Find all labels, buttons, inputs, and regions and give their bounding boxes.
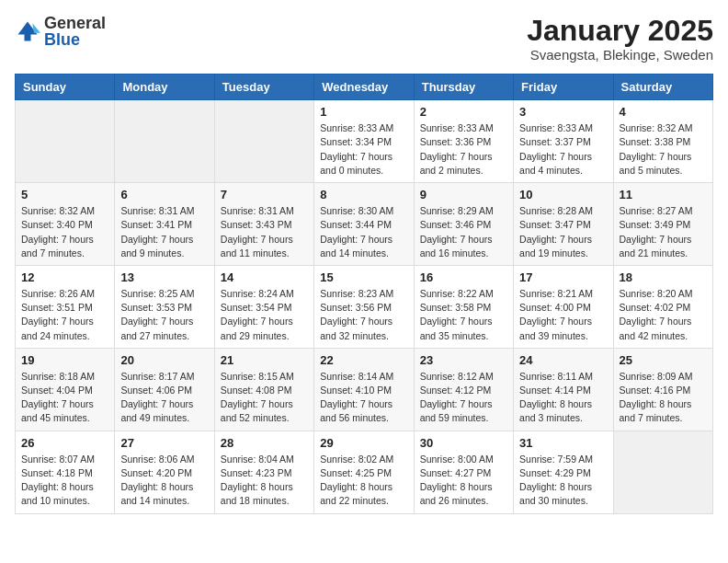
day-info: Sunrise: 8:12 AM Sunset: 4:12 PM Dayligh… xyxy=(420,370,507,426)
day-number: 14 xyxy=(221,270,308,284)
day-info: Sunrise: 8:23 AM Sunset: 3:56 PM Dayligh… xyxy=(320,287,407,343)
day-cell: 26Sunrise: 8:07 AM Sunset: 4:18 PM Dayli… xyxy=(16,431,115,513)
day-cell xyxy=(214,100,313,183)
day-cell xyxy=(115,100,214,183)
day-info: Sunrise: 8:31 AM Sunset: 3:41 PM Dayligh… xyxy=(120,204,208,260)
day-number: 25 xyxy=(620,353,707,367)
calendar-table: SundayMondayTuesdayWednesdayThursdayFrid… xyxy=(15,74,713,513)
day-cell: 31Sunrise: 7:59 AM Sunset: 4:29 PM Dayli… xyxy=(514,431,613,513)
weekday-header-thursday: Thursday xyxy=(414,75,513,100)
day-info: Sunrise: 8:21 AM Sunset: 4:00 PM Dayligh… xyxy=(519,287,607,343)
day-info: Sunrise: 8:33 AM Sunset: 3:36 PM Dayligh… xyxy=(420,121,507,178)
day-number: 9 xyxy=(420,188,507,201)
day-cell: 10Sunrise: 8:28 AM Sunset: 3:47 PM Dayli… xyxy=(514,183,613,266)
day-cell: 19Sunrise: 8:18 AM Sunset: 4:04 PM Dayli… xyxy=(16,348,115,431)
day-cell: 15Sunrise: 8:23 AM Sunset: 3:56 PM Dayli… xyxy=(314,265,414,348)
day-cell xyxy=(613,431,712,513)
day-cell: 29Sunrise: 8:02 AM Sunset: 4:25 PM Dayli… xyxy=(314,431,414,513)
day-number: 11 xyxy=(620,188,707,201)
day-info: Sunrise: 8:32 AM Sunset: 3:38 PM Dayligh… xyxy=(620,121,707,178)
day-number: 3 xyxy=(519,105,607,119)
day-cell: 18Sunrise: 8:20 AM Sunset: 4:02 PM Dayli… xyxy=(613,265,712,348)
title-area: January 2025 Svaengsta, Blekinge, Sweden xyxy=(527,15,713,63)
day-cell: 21Sunrise: 8:15 AM Sunset: 4:08 PM Dayli… xyxy=(214,348,313,431)
day-number: 21 xyxy=(221,353,308,367)
day-number: 29 xyxy=(320,436,407,450)
day-cell: 22Sunrise: 8:14 AM Sunset: 4:10 PM Dayli… xyxy=(314,348,414,431)
day-info: Sunrise: 8:33 AM Sunset: 3:34 PM Dayligh… xyxy=(320,121,407,178)
day-number: 5 xyxy=(21,188,108,201)
week-row-5: 26Sunrise: 8:07 AM Sunset: 4:18 PM Dayli… xyxy=(16,431,713,513)
day-number: 19 xyxy=(21,353,108,367)
logo-text-blue: Blue xyxy=(44,31,106,48)
day-cell: 1Sunrise: 8:33 AM Sunset: 3:34 PM Daylig… xyxy=(314,100,414,183)
day-info: Sunrise: 8:22 AM Sunset: 3:58 PM Dayligh… xyxy=(420,287,507,343)
week-row-2: 5Sunrise: 8:32 AM Sunset: 3:40 PM Daylig… xyxy=(16,183,713,266)
weekday-header-tuesday: Tuesday xyxy=(214,75,313,100)
day-info: Sunrise: 8:25 AM Sunset: 3:53 PM Dayligh… xyxy=(120,287,208,343)
day-number: 12 xyxy=(21,270,108,284)
day-number: 4 xyxy=(620,105,707,119)
day-cell: 20Sunrise: 8:17 AM Sunset: 4:06 PM Dayli… xyxy=(115,348,214,431)
day-cell: 9Sunrise: 8:29 AM Sunset: 3:46 PM Daylig… xyxy=(414,183,513,266)
day-number: 1 xyxy=(320,105,407,119)
week-row-1: 1Sunrise: 8:33 AM Sunset: 3:34 PM Daylig… xyxy=(16,100,713,183)
day-info: Sunrise: 8:18 AM Sunset: 4:04 PM Dayligh… xyxy=(21,370,108,426)
weekday-header-friday: Friday xyxy=(514,75,613,100)
day-number: 7 xyxy=(221,188,308,201)
day-info: Sunrise: 8:06 AM Sunset: 4:20 PM Dayligh… xyxy=(120,453,208,509)
day-cell: 11Sunrise: 8:27 AM Sunset: 3:49 PM Dayli… xyxy=(613,183,712,266)
day-cell: 16Sunrise: 8:22 AM Sunset: 3:58 PM Dayli… xyxy=(414,265,513,348)
day-number: 31 xyxy=(519,436,607,450)
day-info: Sunrise: 8:33 AM Sunset: 3:37 PM Dayligh… xyxy=(519,121,607,178)
day-info: Sunrise: 8:14 AM Sunset: 4:10 PM Dayligh… xyxy=(320,370,407,426)
weekday-header-sunday: Sunday xyxy=(16,75,115,100)
day-cell: 17Sunrise: 8:21 AM Sunset: 4:00 PM Dayli… xyxy=(514,265,613,348)
logo: General Blue xyxy=(15,15,106,48)
day-number: 26 xyxy=(21,436,108,450)
day-cell: 7Sunrise: 8:31 AM Sunset: 3:43 PM Daylig… xyxy=(214,183,313,266)
day-info: Sunrise: 8:02 AM Sunset: 4:25 PM Dayligh… xyxy=(320,453,407,509)
day-cell: 30Sunrise: 8:00 AM Sunset: 4:27 PM Dayli… xyxy=(414,431,513,513)
day-number: 28 xyxy=(221,436,308,450)
day-number: 8 xyxy=(320,188,407,201)
week-row-3: 12Sunrise: 8:26 AM Sunset: 3:51 PM Dayli… xyxy=(16,265,713,348)
day-cell: 14Sunrise: 8:24 AM Sunset: 3:54 PM Dayli… xyxy=(214,265,313,348)
day-info: Sunrise: 8:29 AM Sunset: 3:46 PM Dayligh… xyxy=(420,204,507,260)
day-cell: 23Sunrise: 8:12 AM Sunset: 4:12 PM Dayli… xyxy=(414,348,513,431)
weekday-header-wednesday: Wednesday xyxy=(314,75,414,100)
day-info: Sunrise: 8:30 AM Sunset: 3:44 PM Dayligh… xyxy=(320,204,407,260)
day-cell: 8Sunrise: 8:30 AM Sunset: 3:44 PM Daylig… xyxy=(314,183,414,266)
day-cell: 13Sunrise: 8:25 AM Sunset: 3:53 PM Dayli… xyxy=(115,265,214,348)
day-info: Sunrise: 8:11 AM Sunset: 4:14 PM Dayligh… xyxy=(519,370,607,426)
logo-icon xyxy=(15,18,40,44)
day-cell xyxy=(16,100,115,183)
day-cell: 24Sunrise: 8:11 AM Sunset: 4:14 PM Dayli… xyxy=(514,348,613,431)
day-cell: 28Sunrise: 8:04 AM Sunset: 4:23 PM Dayli… xyxy=(214,431,313,513)
day-number: 22 xyxy=(320,353,407,367)
day-info: Sunrise: 8:27 AM Sunset: 3:49 PM Dayligh… xyxy=(620,204,707,260)
weekday-header-saturday: Saturday xyxy=(613,75,712,100)
day-info: Sunrise: 8:04 AM Sunset: 4:23 PM Dayligh… xyxy=(221,453,308,509)
day-cell: 6Sunrise: 8:31 AM Sunset: 3:41 PM Daylig… xyxy=(115,183,214,266)
logo-text-general: General xyxy=(44,15,106,31)
day-cell: 2Sunrise: 8:33 AM Sunset: 3:36 PM Daylig… xyxy=(414,100,513,183)
day-info: Sunrise: 8:31 AM Sunset: 3:43 PM Dayligh… xyxy=(221,204,308,260)
weekday-header-monday: Monday xyxy=(115,75,214,100)
day-number: 6 xyxy=(120,188,208,201)
day-number: 18 xyxy=(620,270,707,284)
day-number: 16 xyxy=(420,270,507,284)
day-info: Sunrise: 8:26 AM Sunset: 3:51 PM Dayligh… xyxy=(21,287,108,343)
day-number: 2 xyxy=(420,105,507,119)
day-cell: 3Sunrise: 8:33 AM Sunset: 3:37 PM Daylig… xyxy=(514,100,613,183)
day-info: Sunrise: 8:09 AM Sunset: 4:16 PM Dayligh… xyxy=(620,370,707,426)
day-number: 23 xyxy=(420,353,507,367)
calendar-subtitle: Svaengsta, Blekinge, Sweden xyxy=(527,47,713,63)
calendar-title: January 2025 xyxy=(527,15,713,47)
day-info: Sunrise: 8:28 AM Sunset: 3:47 PM Dayligh… xyxy=(519,204,607,260)
day-info: Sunrise: 8:24 AM Sunset: 3:54 PM Dayligh… xyxy=(221,287,308,343)
day-info: Sunrise: 8:32 AM Sunset: 3:40 PM Dayligh… xyxy=(21,204,108,260)
day-info: Sunrise: 8:15 AM Sunset: 4:08 PM Dayligh… xyxy=(221,370,308,426)
day-info: Sunrise: 7:59 AM Sunset: 4:29 PM Dayligh… xyxy=(519,453,607,509)
day-info: Sunrise: 8:20 AM Sunset: 4:02 PM Dayligh… xyxy=(620,287,707,343)
